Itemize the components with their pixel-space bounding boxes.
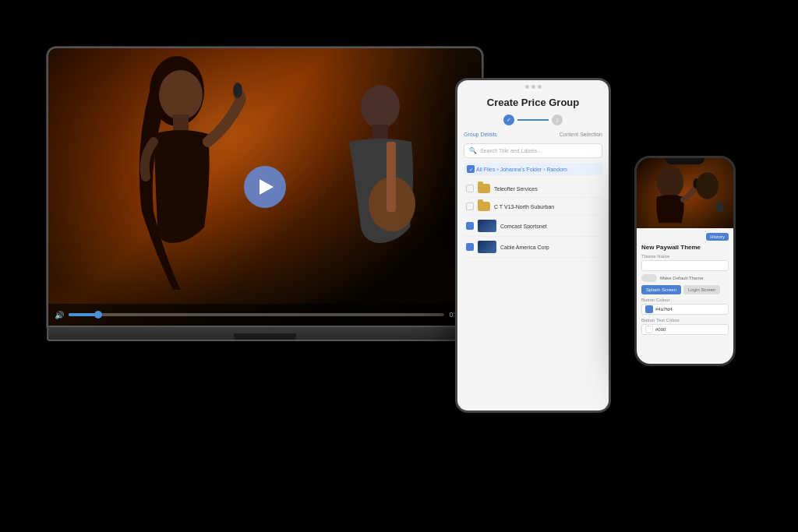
search-icon: 🔍 bbox=[469, 147, 477, 154]
play-icon bbox=[260, 179, 274, 195]
button-colour-label: Button Colour bbox=[641, 298, 729, 302]
search-placeholder: Search Title and Labels... bbox=[480, 148, 542, 153]
step-2-label: Content Selection bbox=[560, 132, 602, 137]
search-bar[interactable]: 🔍 Search Title and Labels... bbox=[464, 143, 602, 158]
file-item-4[interactable]: Cable America Corp bbox=[464, 237, 602, 258]
phone-ui: History New Paywall Theme Theme Name Mak… bbox=[637, 228, 733, 364]
tablet-title: Create Price Group bbox=[464, 97, 602, 108]
laptop-screen: 🔊 0:06 ⛶ bbox=[48, 48, 482, 326]
dot-3 bbox=[538, 85, 542, 89]
steps-container: ✓ 2 bbox=[464, 115, 602, 125]
button-colour-swatch bbox=[645, 305, 653, 313]
play-button[interactable] bbox=[244, 166, 286, 208]
phone-header-bar: History bbox=[641, 233, 729, 241]
phone-screen: History New Paywall Theme Theme Name Mak… bbox=[637, 158, 733, 364]
tablet-status-dots bbox=[457, 80, 609, 90]
theme-name-input[interactable] bbox=[641, 260, 729, 271]
svg-point-4 bbox=[361, 85, 400, 129]
video-controls: 🔊 0:06 ⛶ bbox=[48, 304, 482, 326]
laptop-body: 🔊 0:06 ⛶ bbox=[47, 47, 483, 327]
file-item-3[interactable]: Comcast Sportsnet bbox=[464, 216, 602, 237]
toggle-label: Make Default Theme bbox=[660, 276, 704, 280]
history-button[interactable]: History bbox=[706, 233, 729, 241]
laptop-notch bbox=[234, 333, 296, 340]
step-1-label: Group Details bbox=[464, 132, 497, 137]
volume-icon[interactable]: 🔊 bbox=[55, 311, 64, 319]
progress-thumb bbox=[94, 311, 102, 319]
guitarist-svg bbox=[318, 72, 443, 298]
splash-screen-tab[interactable]: Splash Screen bbox=[641, 285, 681, 294]
singer-svg bbox=[111, 56, 267, 298]
step-1-dot: ✓ bbox=[503, 115, 514, 125]
phone: History New Paywall Theme Theme Name Mak… bbox=[634, 156, 736, 366]
phone-concert-svg bbox=[637, 158, 733, 228]
folder-icon-2 bbox=[478, 202, 490, 211]
button-text-colour-swatch bbox=[645, 326, 653, 333]
concert-video: 🔊 0:06 ⛶ bbox=[48, 48, 482, 326]
svg-point-1 bbox=[159, 70, 203, 120]
button-colour-input[interactable]: #4a7fd4 bbox=[641, 304, 729, 315]
svg-point-8 bbox=[657, 166, 683, 199]
dot-1 bbox=[525, 85, 529, 89]
default-theme-toggle[interactable] bbox=[641, 274, 657, 282]
svg-point-10 bbox=[696, 172, 719, 199]
phone-notch bbox=[666, 158, 704, 164]
tablet-content: Create Price Group ✓ 2 Group Details Con… bbox=[457, 90, 609, 410]
file-name-4: Cable America Corp bbox=[500, 245, 600, 250]
tab-row: Splash Screen Login Screen bbox=[641, 285, 729, 294]
dot-2 bbox=[531, 85, 535, 89]
laptop-base bbox=[47, 327, 483, 341]
check-icon: ✓ bbox=[469, 167, 473, 172]
theme-name-label: Theme Name bbox=[641, 254, 729, 259]
file-item-2[interactable]: C T V13-North Suburban bbox=[464, 198, 602, 216]
button-text-colour-value: #000 bbox=[655, 327, 666, 332]
button-colour-value: #4a7fd4 bbox=[655, 307, 673, 312]
file-name-2: C T V13-North Suburban bbox=[494, 204, 600, 210]
phone-section-title: New Paywall Theme bbox=[641, 244, 729, 251]
checkbox-1[interactable] bbox=[466, 185, 474, 192]
svg-point-3 bbox=[233, 83, 242, 98]
file-name-3: Comcast Sportsnet bbox=[500, 224, 600, 229]
breadcrumb-text: All Files › Johanna's Folder › Random bbox=[476, 167, 567, 172]
steps-labels: Group Details Content Selection bbox=[464, 132, 602, 137]
breadcrumb-bar: ✓ All Files › Johanna's Folder › Random bbox=[464, 163, 602, 175]
svg-rect-7 bbox=[387, 142, 396, 212]
video-thumb-img-4 bbox=[478, 241, 496, 253]
video-thumb-3 bbox=[478, 220, 496, 232]
tablet-screen: Create Price Group ✓ 2 Group Details Con… bbox=[457, 80, 609, 410]
file-name-1: Teleofter Services bbox=[494, 186, 600, 192]
progress-fill bbox=[69, 313, 99, 316]
toggle-row: Make Default Theme bbox=[641, 274, 729, 282]
laptop: 🔊 0:06 ⛶ bbox=[47, 47, 499, 374]
folder-icon-1 bbox=[478, 184, 490, 193]
main-scene: 🔊 0:06 ⛶ bbox=[0, 0, 798, 532]
button-text-colour-label: Button Text Colour bbox=[641, 318, 729, 322]
file-item-1[interactable]: Teleofter Services bbox=[464, 180, 602, 198]
checkbox-3[interactable] bbox=[466, 222, 474, 230]
phone-image bbox=[637, 158, 733, 228]
login-screen-tab[interactable]: Login Screen bbox=[683, 285, 720, 294]
step-line bbox=[517, 119, 549, 121]
progress-bar[interactable] bbox=[69, 313, 444, 316]
step-2-dot: 2 bbox=[552, 115, 563, 125]
checkbox-4[interactable] bbox=[466, 243, 474, 251]
video-thumb-img-3 bbox=[478, 220, 496, 232]
tablet: Create Price Group ✓ 2 Group Details Con… bbox=[455, 78, 611, 413]
video-thumb-4 bbox=[478, 241, 496, 253]
checkbox-2[interactable] bbox=[466, 203, 474, 210]
breadcrumb-icon: ✓ bbox=[467, 165, 475, 173]
button-text-colour-input[interactable]: #000 bbox=[641, 324, 729, 335]
